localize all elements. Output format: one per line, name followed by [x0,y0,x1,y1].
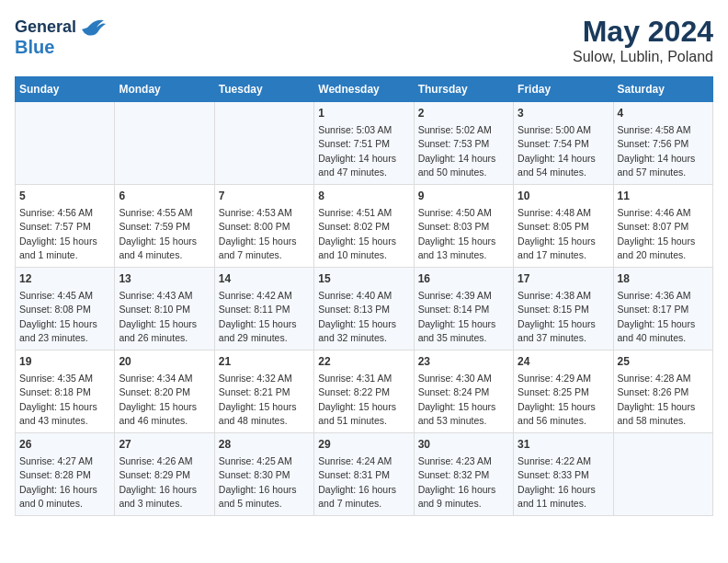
day-info: Sunrise: 4:45 AM Sunset: 8:08 PM Dayligh… [19,290,97,343]
day-info: Sunrise: 4:46 AM Sunset: 8:07 PM Dayligh… [618,207,696,260]
calendar-cell: 1Sunrise: 5:03 AM Sunset: 7:51 PM Daylig… [314,102,414,185]
day-info: Sunrise: 4:32 AM Sunset: 8:21 PM Dayligh… [219,373,297,426]
day-number: 19 [19,354,110,370]
day-number: 9 [418,189,509,204]
day-info: Sunrise: 4:34 AM Sunset: 8:20 PM Dayligh… [119,373,197,426]
title-block: May 2024 Sulow, Lublin, Poland [573,15,713,65]
day-number: 18 [618,271,709,287]
day-info: Sunrise: 4:39 AM Sunset: 8:14 PM Dayligh… [418,290,496,343]
calendar-cell: 26Sunrise: 4:27 AM Sunset: 8:28 PM Dayli… [16,433,115,516]
day-number: 11 [618,189,709,204]
day-info: Sunrise: 4:36 AM Sunset: 8:17 PM Dayligh… [618,290,696,343]
calendar-cell: 15Sunrise: 4:40 AM Sunset: 8:13 PM Dayli… [314,268,414,350]
logo-blue-text: Blue [15,37,54,57]
calendar-cell: 19Sunrise: 4:35 AM Sunset: 8:18 PM Dayli… [16,350,115,433]
day-number: 30 [418,437,509,453]
day-number: 31 [518,437,609,453]
day-info: Sunrise: 4:43 AM Sunset: 8:10 PM Dayligh… [119,290,197,343]
day-number: 27 [119,437,210,453]
calendar-cell: 17Sunrise: 4:38 AM Sunset: 8:15 PM Dayli… [514,268,613,350]
day-number: 16 [418,271,509,287]
calendar-cell: 4Sunrise: 4:58 AM Sunset: 7:56 PM Daylig… [613,102,712,185]
calendar-cell: 7Sunrise: 4:53 AM Sunset: 8:00 PM Daylig… [214,185,313,268]
day-number: 1 [318,106,409,121]
day-info: Sunrise: 4:50 AM Sunset: 8:03 PM Dayligh… [418,207,496,260]
calendar-cell: 8Sunrise: 4:51 AM Sunset: 8:02 PM Daylig… [314,185,414,268]
calendar-cell: 6Sunrise: 4:55 AM Sunset: 7:59 PM Daylig… [115,185,214,268]
calendar-cell: 3Sunrise: 5:00 AM Sunset: 7:54 PM Daylig… [514,102,613,185]
day-number: 22 [318,354,409,370]
day-number: 24 [518,354,609,370]
calendar-cell: 12Sunrise: 4:45 AM Sunset: 8:08 PM Dayli… [16,268,115,350]
day-number: 28 [219,437,310,453]
calendar-table: SundayMondayTuesdayWednesdayThursdayFrid… [15,76,713,516]
week-row-3: 12Sunrise: 4:45 AM Sunset: 8:08 PM Dayli… [16,268,713,350]
day-number: 15 [318,271,409,287]
week-row-4: 19Sunrise: 4:35 AM Sunset: 8:18 PM Dayli… [16,350,713,433]
day-info: Sunrise: 5:00 AM Sunset: 7:54 PM Dayligh… [518,124,596,178]
day-number: 3 [518,106,609,121]
day-number: 26 [19,437,110,453]
header-friday: Friday [514,77,613,102]
day-info: Sunrise: 4:53 AM Sunset: 8:00 PM Dayligh… [219,207,297,260]
calendar-subtitle: Sulow, Lublin, Poland [573,49,713,65]
day-info: Sunrise: 4:56 AM Sunset: 7:57 PM Dayligh… [19,207,97,260]
calendar-cell: 2Sunrise: 5:02 AM Sunset: 7:53 PM Daylig… [414,102,513,185]
calendar-cell: 10Sunrise: 4:48 AM Sunset: 8:05 PM Dayli… [514,185,613,268]
calendar-cell [115,102,214,185]
day-info: Sunrise: 4:24 AM Sunset: 8:31 PM Dayligh… [318,455,396,509]
day-number: 2 [418,106,509,121]
calendar-cell: 5Sunrise: 4:56 AM Sunset: 7:57 PM Daylig… [16,185,115,268]
calendar-cell: 18Sunrise: 4:36 AM Sunset: 8:17 PM Dayli… [613,268,712,350]
calendar-cell: 14Sunrise: 4:42 AM Sunset: 8:11 PM Dayli… [214,268,313,350]
day-number: 6 [119,189,210,204]
day-info: Sunrise: 4:27 AM Sunset: 8:28 PM Dayligh… [19,455,97,509]
page-header: General Blue May 2024 Sulow, Lublin, Pol… [15,15,713,65]
header-saturday: Saturday [613,77,712,102]
day-number: 17 [518,271,609,287]
day-info: Sunrise: 4:29 AM Sunset: 8:25 PM Dayligh… [518,373,596,426]
day-info: Sunrise: 4:31 AM Sunset: 8:22 PM Dayligh… [318,373,396,426]
calendar-cell [16,102,115,185]
day-number: 20 [119,354,210,370]
calendar-title: May 2024 [573,15,713,49]
day-info: Sunrise: 4:23 AM Sunset: 8:32 PM Dayligh… [418,455,496,509]
calendar-cell: 28Sunrise: 4:25 AM Sunset: 8:30 PM Dayli… [214,433,313,516]
calendar-cell: 24Sunrise: 4:29 AM Sunset: 8:25 PM Dayli… [514,350,613,433]
calendar-header-row: SundayMondayTuesdayWednesdayThursdayFrid… [16,77,713,102]
week-row-2: 5Sunrise: 4:56 AM Sunset: 7:57 PM Daylig… [16,185,713,268]
day-number: 10 [518,189,609,204]
day-number: 14 [219,271,310,287]
calendar-cell: 23Sunrise: 4:30 AM Sunset: 8:24 PM Dayli… [414,350,513,433]
day-number: 13 [119,271,210,287]
calendar-cell: 31Sunrise: 4:22 AM Sunset: 8:33 PM Dayli… [514,433,613,516]
calendar-cell: 21Sunrise: 4:32 AM Sunset: 8:21 PM Dayli… [214,350,313,433]
header-sunday: Sunday [16,77,115,102]
header-monday: Monday [115,77,214,102]
day-number: 5 [19,189,110,204]
day-number: 21 [219,354,310,370]
day-number: 12 [19,271,110,287]
day-number: 25 [618,354,709,370]
day-info: Sunrise: 4:38 AM Sunset: 8:15 PM Dayligh… [518,290,596,343]
day-info: Sunrise: 4:48 AM Sunset: 8:05 PM Dayligh… [518,207,596,260]
calendar-cell: 11Sunrise: 4:46 AM Sunset: 8:07 PM Dayli… [613,185,712,268]
day-number: 4 [618,106,709,121]
day-info: Sunrise: 4:35 AM Sunset: 8:18 PM Dayligh… [19,373,97,426]
calendar-cell: 20Sunrise: 4:34 AM Sunset: 8:20 PM Dayli… [115,350,214,433]
header-wednesday: Wednesday [314,77,414,102]
header-thursday: Thursday [414,77,513,102]
day-info: Sunrise: 4:55 AM Sunset: 7:59 PM Dayligh… [119,207,197,260]
calendar-cell: 29Sunrise: 4:24 AM Sunset: 8:31 PM Dayli… [314,433,414,516]
calendar-cell [214,102,313,185]
day-info: Sunrise: 4:28 AM Sunset: 8:26 PM Dayligh… [618,373,696,426]
calendar-cell: 22Sunrise: 4:31 AM Sunset: 8:22 PM Dayli… [314,350,414,433]
day-info: Sunrise: 5:03 AM Sunset: 7:51 PM Dayligh… [318,124,396,178]
calendar-cell [613,433,712,516]
day-info: Sunrise: 4:58 AM Sunset: 7:56 PM Dayligh… [618,124,696,178]
calendar-cell: 13Sunrise: 4:43 AM Sunset: 8:10 PM Dayli… [115,268,214,350]
calendar-cell: 27Sunrise: 4:26 AM Sunset: 8:29 PM Dayli… [115,433,214,516]
day-info: Sunrise: 4:51 AM Sunset: 8:02 PM Dayligh… [318,207,396,260]
header-tuesday: Tuesday [214,77,313,102]
calendar-cell: 30Sunrise: 4:23 AM Sunset: 8:32 PM Dayli… [414,433,513,516]
